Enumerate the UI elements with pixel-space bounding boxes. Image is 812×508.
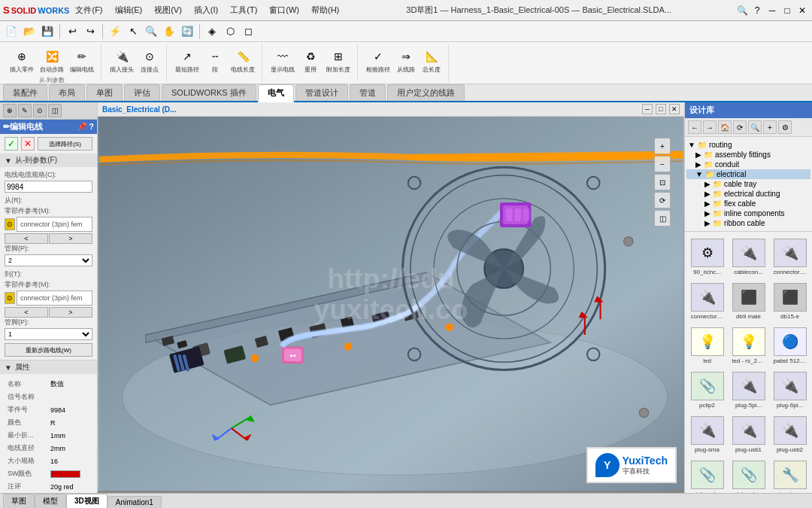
rotate-btn[interactable]: 🔄	[179, 23, 195, 40]
panel-icon-4[interactable]: ◫	[48, 104, 62, 117]
display-cable-btn[interactable]: 〰 显示电线	[268, 45, 297, 76]
dl-settings-btn[interactable]: ⚙	[778, 120, 792, 134]
search-icon[interactable]: 🔍	[735, 4, 749, 17]
tab-evaluate[interactable]: 评估	[124, 84, 160, 101]
reroute-btn[interactable]: 重新步路电线(W)	[5, 343, 92, 357]
tree-routing[interactable]: ▼ 📁 routing	[686, 140, 810, 150]
save-btn[interactable]: 💾	[39, 23, 56, 40]
undo-btn[interactable]: ↩	[64, 23, 80, 40]
thumb-led-rs[interactable]: 💡 led - rs_276-068	[729, 325, 768, 367]
seg-from-select[interactable]: 213	[5, 254, 92, 266]
tree-electrical[interactable]: ▼ 📁 electrical	[686, 169, 810, 179]
display-mode-btn[interactable]: ◻	[240, 23, 256, 40]
maximize-icon[interactable]: □	[780, 4, 794, 17]
thumb-plugsma[interactable]: 🔌 plug-sma	[688, 414, 726, 455]
attributes-header[interactable]: ▼ 属性	[0, 360, 97, 374]
thumb-richcod[interactable]: 📎 richco d...	[688, 458, 726, 493]
tree-ribbon-cable[interactable]: ▶ 📁 ribbon cable	[686, 218, 810, 228]
thumb-cablecon[interactable]: 🔌 cablecon...	[729, 236, 768, 278]
tree-inline-components[interactable]: ▶ 📁 inline components	[686, 208, 810, 218]
menu-window[interactable]: 窗口(W)	[266, 3, 302, 17]
menu-help[interactable]: 帮助(H)	[308, 3, 342, 17]
viewport-content[interactable]: ●●	[98, 117, 684, 491]
select-path-btn[interactable]: 选择路径(S)	[38, 137, 92, 151]
bottom-tab-sketch[interactable]: 草图	[3, 494, 35, 508]
menu-tools[interactable]: 工具(T)	[227, 3, 260, 17]
vp-maximize-icon[interactable]: □	[656, 104, 666, 114]
dl-home-btn[interactable]: 🏠	[718, 120, 732, 134]
help-icon[interactable]: ?	[750, 4, 764, 17]
tab-assembly[interactable]: 装配件	[3, 84, 47, 101]
thumb-90rich[interactable]: ⚙ 90_richc...	[688, 236, 726, 278]
vp-section-btn[interactable]: ◫	[654, 210, 671, 227]
vp-fit-btn[interactable]: ⊡	[654, 174, 671, 190]
thumb-pabst[interactable]: 🔵 pabst 512f - with 31...	[771, 325, 809, 367]
thumb-pclip2[interactable]: 📎 pclip2	[688, 370, 726, 411]
add-length-btn[interactable]: ⊞ 附加长度	[324, 45, 353, 76]
rebuild-btn[interactable]: ⚡	[107, 23, 123, 40]
bottom-tab-animation[interactable]: Animation1	[108, 496, 162, 508]
cancel-btn[interactable]: ✕	[21, 137, 35, 151]
open-btn[interactable]: 📂	[21, 23, 38, 40]
auto-route-btn[interactable]: 🔀 自动步路	[38, 45, 66, 76]
dl-search-btn[interactable]: 🔍	[748, 120, 762, 134]
segment-btn[interactable]: ╌ 段	[203, 45, 227, 76]
tree-conduit[interactable]: ▶ 📁 conduit	[686, 160, 810, 169]
select-btn[interactable]: ↖	[125, 23, 141, 40]
confirm-btn[interactable]: ✓	[5, 137, 18, 151]
3d-viewport[interactable]: Basic_Electrical (D... ─ □ ✕	[98, 102, 684, 493]
thumb-usb1[interactable]: 🔌 plug-usb1	[729, 414, 768, 455]
thumb-db9[interactable]: ⬛ db9 male	[729, 281, 768, 322]
to-next-btn[interactable]: >	[49, 307, 92, 318]
dl-refresh-btn[interactable]: ⟳	[733, 120, 747, 134]
panel-icon-3[interactable]: ⊙	[33, 104, 47, 117]
dl-back-btn[interactable]: ←	[688, 120, 701, 134]
from-next-btn[interactable]: >	[49, 233, 92, 244]
edit-wire-btn[interactable]: ✏ 编辑电线	[68, 45, 96, 76]
pan-btn[interactable]: ✋	[161, 23, 177, 40]
dl-add-btn[interactable]: +	[763, 120, 777, 134]
thumb-conn3pin-fe[interactable]: 🔌 connector (3pin) fe...	[771, 236, 809, 278]
insert-connector-btn[interactable]: 🔌 插入接头	[108, 45, 136, 76]
bottom-tab-3dview[interactable]: 3D视图	[66, 494, 108, 508]
thumb-conn3pin-male[interactable]: 🔌 connector (3pin) male	[688, 281, 726, 322]
wire-spec-input[interactable]	[5, 181, 92, 193]
thumb-usb2[interactable]: 🔌 plug-usb2	[771, 414, 809, 455]
path-select-btn[interactable]: ⇒ 从线路	[394, 45, 418, 76]
vp-orient-btn[interactable]: ⟳	[654, 192, 671, 208]
vp-zoom-out-btn[interactable]: −	[654, 156, 671, 172]
new-btn[interactable]: 📄	[3, 23, 20, 40]
thumb-richcoh[interactable]: 📎 richco h...	[729, 458, 768, 493]
thumb-plug5[interactable]: 🔌 plug-5pi...	[729, 370, 768, 411]
tab-sw-plugins[interactable]: SOLIDWORKS 插件	[162, 84, 256, 101]
vp-minimize-icon[interactable]: ─	[642, 104, 653, 114]
menu-insert[interactable]: 插入(I)	[191, 3, 221, 17]
dl-forward-btn[interactable]: →	[703, 120, 717, 134]
tab-pipe[interactable]: 管道	[350, 84, 386, 101]
from-prev-btn[interactable]: <	[5, 233, 48, 244]
menu-view[interactable]: 视图(V)	[151, 3, 185, 17]
view-orient-btn[interactable]: ⬡	[222, 23, 238, 40]
panel-icon-1[interactable]: ⊕	[3, 104, 17, 117]
vp-close-icon[interactable]: ✕	[669, 104, 680, 114]
vp-zoom-in-btn[interactable]: +	[654, 138, 671, 154]
wire-length-btn[interactable]: 📏 电线长度	[229, 45, 257, 76]
tab-custom-routing[interactable]: 用户定义的线路	[387, 84, 465, 101]
thumb-plug6[interactable]: 🔌 plug-6pi...	[771, 370, 809, 411]
tab-layout[interactable]: 布局	[49, 84, 85, 101]
seg-to-select[interactable]: 123	[5, 328, 92, 340]
tree-flex-cable[interactable]: ▶ 📁 flex cable	[686, 199, 810, 208]
section-view-btn[interactable]: ◈	[204, 23, 220, 40]
panel-help-icon[interactable]: ?	[89, 122, 94, 132]
insert-component-btn[interactable]: ⊕ 插入零件	[8, 45, 36, 76]
route-through-btn[interactable]: ↗ 最短路径	[173, 45, 201, 76]
thumb-db15[interactable]: ⬛ db15-e	[771, 281, 809, 322]
from-to-header[interactable]: ▼ 从-到参数(F)	[0, 154, 97, 167]
minimize-icon[interactable]: ─	[765, 4, 779, 17]
tab-electrical[interactable]: 电气	[258, 84, 294, 102]
panel-pin-icon[interactable]: 📌	[77, 122, 87, 132]
tree-elec-ducting[interactable]: ▶ 📁 electrical ducting	[686, 189, 810, 199]
tab-drawing[interactable]: 单图	[86, 84, 123, 101]
tree-assembly-fittings[interactable]: ▶ 📁 assembly fittings	[686, 150, 810, 160]
redo-btn[interactable]: ↪	[82, 23, 98, 40]
